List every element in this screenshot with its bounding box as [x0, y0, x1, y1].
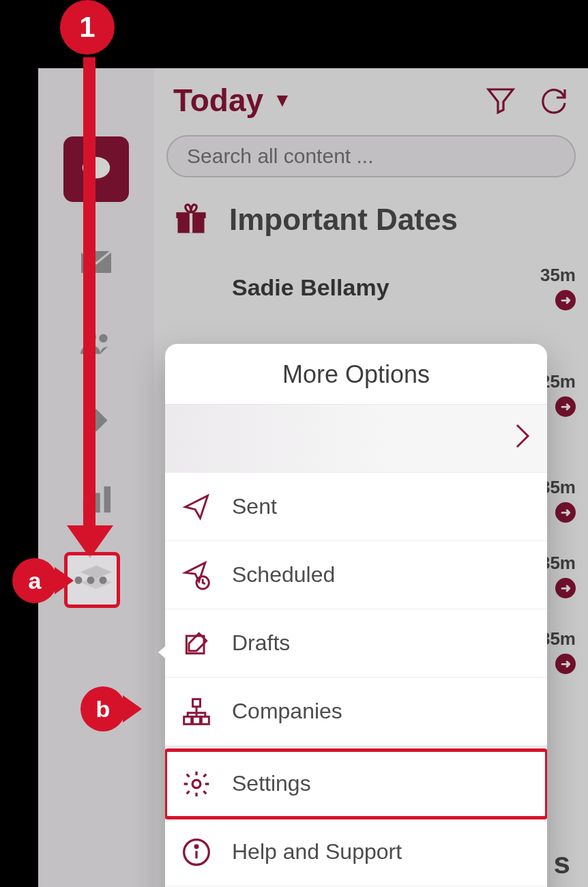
popover-pointer [158, 643, 169, 662]
filter-button[interactable] [484, 84, 517, 117]
contact-name: Sadie Bellamy [232, 274, 389, 301]
section-title: Important Dates [229, 203, 458, 237]
nav-home[interactable] [63, 136, 129, 202]
annotation-step-b: b [80, 686, 126, 731]
popover-title: More Options [165, 344, 547, 405]
header: Today ▼ [166, 82, 576, 119]
view-selector[interactable]: Today ▼ [173, 82, 292, 119]
popover-drafts[interactable]: Drafts [165, 609, 547, 678]
partial-text: s [554, 846, 570, 880]
svg-point-2 [99, 334, 108, 343]
gear-icon [180, 768, 213, 800]
go-icon[interactable]: ➜ [555, 502, 576, 523]
drafts-icon [180, 627, 213, 660]
funnel-icon [484, 84, 517, 117]
popover-label: Settings [232, 771, 311, 796]
svg-rect-12 [193, 699, 201, 706]
search-input[interactable] [187, 145, 555, 168]
popover-label: Scheduled [232, 562, 335, 587]
search-field[interactable] [166, 135, 576, 177]
svg-rect-14 [201, 716, 209, 724]
list-item[interactable]: Sadie Bellamy 35m ➜ [166, 250, 576, 325]
popover-label: Drafts [232, 630, 290, 656]
scheduled-icon [180, 559, 213, 592]
header-actions [484, 84, 570, 117]
svg-point-18 [195, 845, 198, 847]
stage: 1 [0, 0, 588, 887]
go-icon[interactable]: ➜ [555, 578, 576, 598]
refresh-button[interactable] [538, 84, 570, 117]
go-icon[interactable]: ➜ [555, 654, 576, 674]
more-dots-icon: ••• [74, 565, 111, 596]
popover-label: Help and Support [232, 839, 402, 864]
more-options-popover: More Options Sent Scheduled [165, 344, 547, 887]
go-icon[interactable]: ➜ [555, 396, 576, 417]
org-chart-icon [180, 695, 213, 728]
chevron-down-icon: ▼ [273, 89, 292, 111]
app-window: Today ▼ [38, 68, 588, 887]
annotation-step-a: a [12, 558, 57, 603]
popover-sent[interactable]: Sent [165, 473, 547, 541]
info-icon [180, 836, 213, 869]
popover-scheduled[interactable]: Scheduled [165, 541, 547, 609]
svg-rect-9 [190, 212, 192, 233]
go-icon[interactable]: ➜ [555, 290, 576, 310]
annotation-step-1: 1 [60, 0, 115, 55]
list-item-meta: 35m ➜ [540, 265, 576, 310]
time-label: 35m [540, 265, 576, 286]
paper-plane-icon [180, 491, 213, 523]
annotation-badge: b [80, 686, 126, 731]
popover-help[interactable]: Help and Support [165, 818, 547, 886]
annotation-badge: 1 [60, 0, 115, 55]
chevron-right-icon [513, 422, 532, 455]
svg-rect-15 [193, 716, 201, 724]
section-header: Important Dates [173, 202, 576, 237]
refresh-icon [538, 84, 570, 117]
nav-rail [38, 68, 154, 887]
annotation-badge: a [12, 558, 57, 603]
svg-rect-6 [104, 486, 111, 512]
svg-point-16 [192, 780, 201, 788]
annotation-arrow-shaft [83, 57, 95, 535]
svg-rect-13 [184, 716, 192, 724]
gift-icon [173, 202, 209, 237]
popover-label: Sent [232, 494, 277, 519]
popover-profile-row[interactable] [165, 405, 547, 473]
popover-settings[interactable]: Settings [165, 750, 547, 818]
popover-companies[interactable]: Companies [165, 678, 547, 746]
popover-label: Companies [232, 699, 342, 724]
view-title: Today [173, 82, 263, 119]
